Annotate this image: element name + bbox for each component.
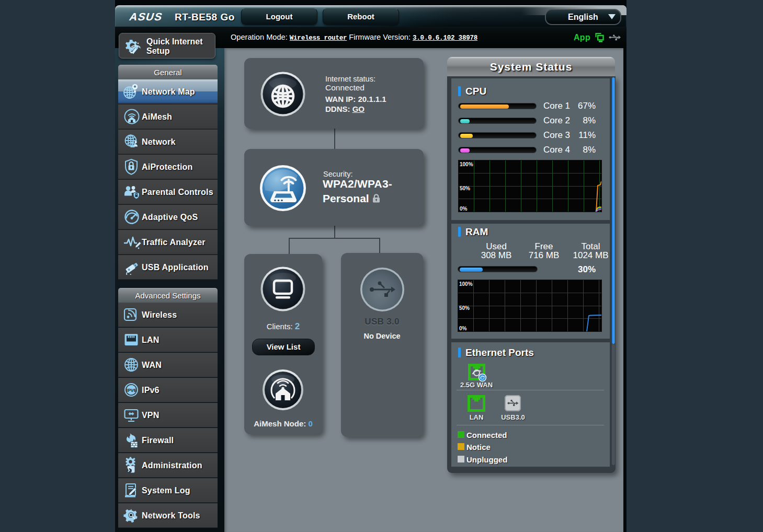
svg-text:IPV6: IPV6 <box>127 388 136 393</box>
svg-text:ASUS: ASUS <box>128 10 165 22</box>
